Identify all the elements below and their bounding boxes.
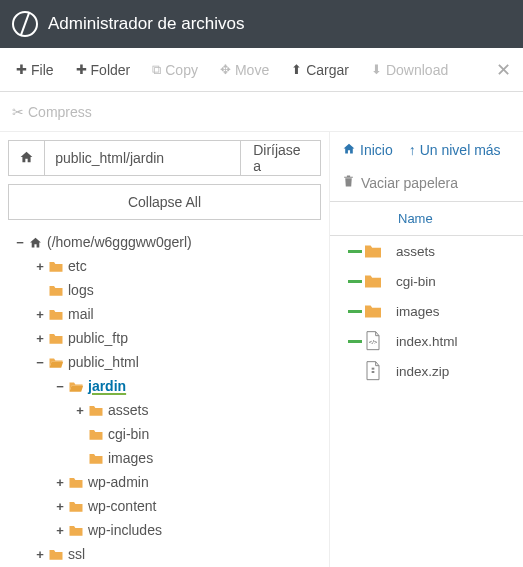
up-level-link[interactable]: ↑Un nivel más (409, 142, 501, 158)
download-button[interactable]: ⬇Download (361, 56, 458, 84)
tree-item-wpincludes[interactable]: + wp-includes (8, 518, 321, 542)
move-icon: ✥ (220, 62, 231, 77)
tree-label: wp-admin (88, 474, 149, 490)
tree-label: logs (68, 282, 94, 298)
tree-item-logs[interactable]: logs (8, 278, 321, 302)
folder-closed-icon (88, 428, 104, 441)
file-row-html[interactable]: </> index.html (330, 326, 523, 356)
table-header: Name (330, 202, 523, 236)
tree-item-assets[interactable]: + assets (8, 398, 321, 422)
copy-button[interactable]: ⧉Copy (142, 56, 208, 84)
file-row-zip[interactable]: index.zip (330, 356, 523, 386)
tree-item-mail[interactable]: + mail (8, 302, 321, 326)
file-name: index.zip (396, 364, 449, 379)
expand-icon[interactable]: + (54, 523, 66, 538)
selection-mark-icon (348, 340, 362, 343)
svg-text:</>: </> (369, 339, 378, 345)
tree-item-public-html[interactable]: − public_html (8, 350, 321, 374)
trash-icon (342, 174, 355, 191)
upload-button[interactable]: ⬆Cargar (281, 56, 359, 84)
zip-file-icon (362, 361, 384, 381)
path-input[interactable] (45, 140, 241, 176)
left-pane: Diríjase a Collapse All − (/home/w6gggww… (0, 132, 330, 567)
html-file-icon: </> (362, 331, 384, 351)
tree-label-current: jardin (88, 378, 126, 394)
expand-icon[interactable]: + (74, 403, 86, 418)
file-button[interactable]: ✚File (6, 56, 64, 84)
tree-label: public_ftp (68, 330, 128, 346)
compress-icon: ✂ (12, 104, 24, 120)
collapse-all-button[interactable]: Collapse All (8, 184, 321, 220)
selection-mark-icon (348, 250, 362, 253)
main-area: Diríjase a Collapse All − (/home/w6gggww… (0, 132, 523, 567)
folder-open-icon (68, 380, 84, 393)
download-icon: ⬇ (371, 62, 382, 77)
expand-icon[interactable]: + (34, 259, 46, 274)
expand-icon[interactable]: + (34, 547, 46, 562)
file-name: cgi-bin (396, 274, 436, 289)
home-button[interactable] (8, 140, 45, 176)
expand-icon[interactable]: + (54, 475, 66, 490)
home-link[interactable]: Inicio (342, 142, 393, 158)
folder-closed-icon (48, 548, 64, 561)
tree-label: cgi-bin (108, 426, 149, 442)
expand-icon[interactable]: + (54, 499, 66, 514)
tree-item-cgibin[interactable]: cgi-bin (8, 422, 321, 446)
cpanel-logo-icon (12, 11, 38, 37)
folder-button[interactable]: ✚Folder (66, 56, 141, 84)
folder-closed-icon (48, 332, 64, 345)
tree-label: images (108, 450, 153, 466)
collapse-icon[interactable]: − (14, 235, 26, 250)
file-name: assets (396, 244, 435, 259)
selection-mark-icon (348, 310, 362, 313)
folder-closed-icon (88, 404, 104, 417)
folder-tree: − (/home/w6gggww0gerl) + etc logs + mail… (8, 230, 321, 567)
tree-item-images[interactable]: images (8, 446, 321, 470)
tree-label: etc (68, 258, 87, 274)
close-button[interactable]: ✕ (490, 55, 517, 85)
tree-label: wp-includes (88, 522, 162, 538)
collapse-icon[interactable]: − (34, 355, 46, 370)
file-row-folder[interactable]: images (330, 296, 523, 326)
right-pane: Inicio ↑Un nivel más Vaciar papelera Nam… (330, 132, 523, 567)
tree-item-public-ftp[interactable]: + public_ftp (8, 326, 321, 350)
tree-label: wp-content (88, 498, 156, 514)
home-icon (28, 236, 43, 249)
tree-label: assets (108, 402, 148, 418)
plus-icon: ✚ (16, 62, 27, 77)
file-name: index.html (396, 334, 458, 349)
up-arrow-icon: ↑ (409, 142, 416, 158)
compress-button[interactable]: ✂Compress (12, 104, 92, 120)
tree-item-jardin[interactable]: − jardin (8, 374, 321, 398)
folder-closed-icon (88, 452, 104, 465)
folder-closed-icon (48, 284, 64, 297)
svg-rect-2 (372, 371, 375, 373)
tree-label: mail (68, 306, 94, 322)
folder-icon (362, 243, 384, 259)
folder-closed-icon (68, 500, 84, 513)
app-header: Administrador de archivos (0, 0, 523, 48)
expand-icon[interactable]: + (34, 331, 46, 346)
tree-root[interactable]: − (/home/w6gggww0gerl) (8, 230, 321, 254)
main-toolbar: ✚File ✚Folder ⧉Copy ✥Move ⬆Cargar ⬇Downl… (0, 48, 523, 92)
move-button[interactable]: ✥Move (210, 56, 279, 84)
column-name[interactable]: Name (398, 211, 433, 226)
tree-item-ssl[interactable]: + ssl (8, 542, 321, 566)
go-button[interactable]: Diríjase a (241, 140, 321, 176)
tree-item-etc[interactable]: + etc (8, 254, 321, 278)
collapse-icon[interactable]: − (54, 379, 66, 394)
folder-closed-icon (68, 476, 84, 489)
plus-icon: ✚ (76, 62, 87, 77)
expand-icon[interactable]: + (34, 307, 46, 322)
file-name: images (396, 304, 440, 319)
tree-item-wpcontent[interactable]: + wp-content (8, 494, 321, 518)
tree-label: ssl (68, 546, 85, 562)
empty-trash-button[interactable]: Vaciar papelera (330, 168, 523, 202)
folder-closed-icon (48, 260, 64, 273)
file-row-folder[interactable]: cgi-bin (330, 266, 523, 296)
tree-item-wpadmin[interactable]: + wp-admin (8, 470, 321, 494)
tree-label: public_html (68, 354, 139, 370)
file-row-folder[interactable]: assets (330, 236, 523, 266)
secondary-toolbar: ✂Compress (0, 92, 523, 132)
home-icon (342, 142, 356, 158)
